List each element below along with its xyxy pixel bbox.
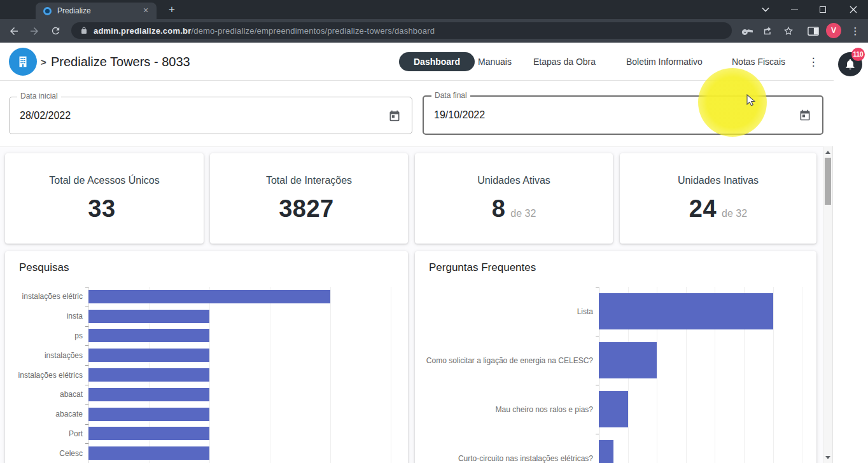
bar-area: [599, 336, 816, 385]
bar-2[interactable]: [599, 391, 628, 427]
chart-row: Lista: [415, 287, 816, 336]
chart-category-label: Mau cheiro nos ralos e pias?: [415, 405, 599, 414]
content-scrollbar[interactable]: [823, 146, 833, 463]
scrollbar-up-arrow[interactable]: [823, 148, 832, 156]
notifications-button[interactable]: 110: [838, 52, 862, 76]
chart-row: Como solicitar a ligação de energia na C…: [415, 336, 816, 385]
browser-tab[interactable]: Predialize ×: [36, 3, 157, 19]
url-text: admin.predialize.com.br/demo-predialize/…: [94, 26, 435, 36]
chart-row: Port: [5, 424, 408, 444]
start-date-value[interactable]: 28/02/2022: [20, 97, 71, 134]
bar-3[interactable]: [88, 349, 209, 362]
stat-card-unidades-inativas: Unidades Inativas 24de 32: [620, 153, 816, 244]
bar-area: [88, 385, 391, 404]
forward-button[interactable]: [25, 19, 43, 43]
end-date-calendar-icon[interactable]: [797, 107, 813, 123]
bar-area: [88, 443, 391, 463]
scrollbar-down-arrow[interactable]: [823, 453, 832, 462]
window-minimize-button[interactable]: [783, 0, 805, 19]
breadcrumb-separator: >: [41, 43, 46, 81]
tab-title: Predialize: [57, 6, 140, 15]
chart-row: Mau cheiro nos ralos e pias?: [415, 385, 816, 434]
bar-1[interactable]: [599, 342, 657, 378]
password-key-icon[interactable]: [738, 19, 756, 43]
stat-card-acessos-unicos: Total de Acessos Únicos 33: [5, 153, 204, 244]
bar-5[interactable]: [88, 388, 209, 401]
pesquisas-bar-chart: instalações elétricinstapsinstalaçõesins…: [5, 287, 408, 463]
address-bar[interactable]: admin.predialize.com.br/demo-predialize/…: [71, 22, 732, 39]
stat-title: Total de Interações: [266, 175, 352, 186]
bar-7[interactable]: [88, 427, 209, 440]
bar-area: [88, 287, 391, 307]
chart-row: instalações elétrics: [5, 365, 408, 385]
chart-row: instalações elétric: [5, 287, 408, 307]
tab-etapas-da-obra[interactable]: Etapas da Obra: [533, 43, 596, 81]
screen: Predialize × + admin.predialize.com.br/d…: [0, 0, 868, 463]
start-date-calendar-icon[interactable]: [386, 107, 403, 124]
window-close-button[interactable]: [843, 0, 864, 19]
url-path: /demo-predialize/empreendimentos/predial…: [191, 26, 435, 36]
new-tab-button[interactable]: +: [164, 2, 179, 17]
bar-area: [88, 404, 391, 424]
stat-value: 3827: [279, 195, 334, 223]
back-button[interactable]: [5, 19, 23, 43]
stat-suffix: de 32: [510, 208, 536, 219]
perguntas-bar-chart: ListaComo solicitar a ligação de energia…: [415, 287, 816, 463]
building-logo-icon[interactable]: [9, 48, 37, 76]
bar-area: [88, 365, 391, 385]
tab-manuais[interactable]: Manuais: [478, 43, 512, 81]
bar-area: [599, 287, 816, 336]
bar-3[interactable]: [599, 440, 613, 463]
browser-titlebar: Predialize × +: [0, 0, 868, 19]
notifications-badge: 110: [851, 48, 865, 61]
favicon-icon: [43, 7, 52, 15]
chart-category-label: ps: [5, 331, 88, 340]
tab-dashboard[interactable]: Dashboard: [399, 52, 475, 71]
bar-1[interactable]: [88, 310, 209, 323]
window-maximize-button[interactable]: [812, 0, 834, 19]
chart-category-label: abacate: [5, 410, 88, 418]
chart-row: Celesc: [5, 443, 408, 463]
bar-6[interactable]: [88, 408, 209, 421]
nav-overflow-menu-icon[interactable]: ⋮: [808, 43, 818, 81]
chart-row: abacate: [5, 404, 408, 424]
bar-2[interactable]: [88, 329, 209, 342]
app-container: > Predialize Towers - 8033 Dashboard Man…: [0, 43, 834, 463]
reload-button[interactable]: [46, 19, 64, 43]
app-header: > Predialize Towers - 8033 Dashboard Man…: [0, 43, 834, 81]
scrollbar-thumb[interactable]: [825, 158, 831, 205]
chart-row: insta: [5, 307, 408, 326]
date-filter-bar: Data inicial 28/02/2022 Data final 19/10…: [0, 81, 834, 146]
bar-area: [88, 326, 391, 346]
bar-0[interactable]: [599, 293, 773, 329]
start-date-field[interactable]: Data inicial 28/02/2022: [9, 97, 412, 134]
bar-0[interactable]: [88, 290, 330, 303]
padlock-icon: [80, 26, 88, 35]
bar-8[interactable]: [88, 446, 209, 460]
chart-category-label: Celesc: [5, 449, 88, 458]
share-icon[interactable]: [759, 19, 776, 43]
side-panel-icon[interactable]: [804, 19, 822, 43]
tab-notas-fiscais[interactable]: Notas Fiscais: [732, 43, 785, 81]
chart-card-perguntas-frequentes: Perguntas Frequentes ListaComo solicitar…: [415, 251, 816, 463]
tab-boletim-informativo[interactable]: Boletim Informativo: [626, 43, 703, 81]
chart-category-label: abacat: [5, 390, 88, 399]
tab-search-chevron-icon[interactable]: [755, 0, 776, 19]
stat-value: 24: [689, 195, 717, 223]
browser-menu-icon[interactable]: ⋮: [846, 19, 864, 43]
bar-4[interactable]: [88, 368, 209, 382]
chart-card-pesquisas: Pesquisas instalações elétricinstapsinst…: [5, 251, 408, 463]
end-date-value[interactable]: 19/10/2022: [434, 97, 485, 134]
dashboard-content: Total de Acessos Únicos 33 Total de Inte…: [0, 146, 823, 463]
tab-close-icon[interactable]: ×: [140, 5, 151, 17]
bar-area: [88, 307, 391, 326]
bookmark-star-icon[interactable]: [780, 19, 797, 43]
chart-title: Pesquisas: [19, 261, 69, 274]
end-date-field[interactable]: Data final 19/10/2022: [423, 95, 823, 135]
profile-avatar[interactable]: V: [826, 23, 841, 38]
stat-title: Unidades Inativas: [678, 175, 759, 186]
chart-category-label: Port: [5, 429, 88, 438]
stat-card-unidades-ativas: Unidades Ativas 8de 32: [415, 153, 613, 244]
stat-card-interacoes: Total de Interações 3827: [210, 153, 408, 244]
url-domain: admin.predialize.com.br: [94, 26, 191, 36]
